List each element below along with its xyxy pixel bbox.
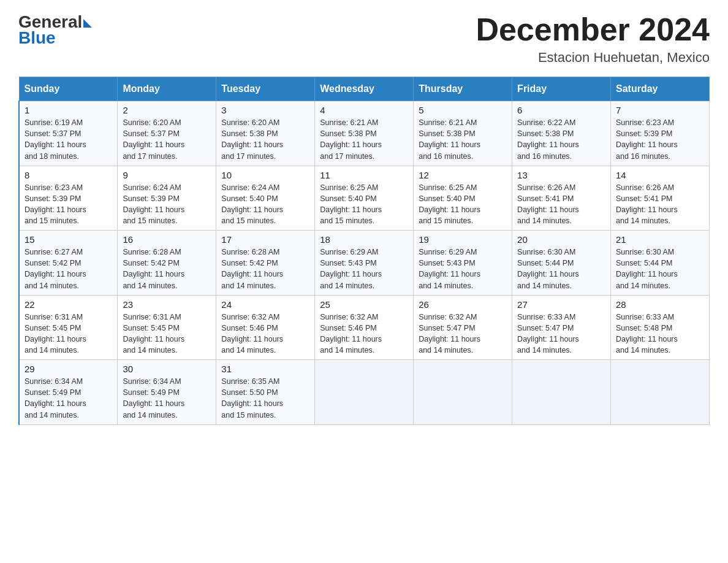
calendar-week-row: 29Sunrise: 6:34 AMSunset: 5:49 PMDayligh… <box>19 360 710 425</box>
day-info: Sunrise: 6:31 AMSunset: 5:45 PMDaylight:… <box>123 312 211 356</box>
calendar-cell: 17Sunrise: 6:28 AMSunset: 5:42 PMDayligh… <box>216 231 315 296</box>
weekday-header-thursday: Thursday <box>414 77 512 101</box>
day-number: 21 <box>616 234 704 245</box>
logo: General Blue <box>18 12 92 48</box>
day-info: Sunrise: 6:28 AMSunset: 5:42 PMDaylight:… <box>221 247 309 291</box>
calendar-cell: 16Sunrise: 6:28 AMSunset: 5:42 PMDayligh… <box>118 231 216 296</box>
calendar-cell: 28Sunrise: 6:33 AMSunset: 5:48 PMDayligh… <box>611 295 710 360</box>
calendar-cell: 25Sunrise: 6:32 AMSunset: 5:46 PMDayligh… <box>315 295 414 360</box>
day-number: 1 <box>25 105 112 115</box>
day-info: Sunrise: 6:25 AMSunset: 5:40 PMDaylight:… <box>419 182 507 227</box>
calendar-cell: 30Sunrise: 6:34 AMSunset: 5:49 PMDayligh… <box>118 360 216 425</box>
calendar-cell: 6Sunrise: 6:22 AMSunset: 5:38 PMDaylight… <box>512 101 611 166</box>
day-info: Sunrise: 6:34 AMSunset: 5:49 PMDaylight:… <box>123 376 211 421</box>
day-info: Sunrise: 6:20 AMSunset: 5:38 PMDaylight:… <box>221 117 309 162</box>
day-info: Sunrise: 6:21 AMSunset: 5:38 PMDaylight:… <box>419 117 507 162</box>
day-number: 25 <box>320 299 408 310</box>
day-number: 24 <box>221 299 309 310</box>
calendar-cell: 9Sunrise: 6:24 AMSunset: 5:39 PMDaylight… <box>118 166 216 231</box>
calendar-cell <box>414 360 512 425</box>
calendar-cell: 29Sunrise: 6:34 AMSunset: 5:49 PMDayligh… <box>19 360 118 425</box>
day-info: Sunrise: 6:25 AMSunset: 5:40 PMDaylight:… <box>320 182 408 227</box>
day-info: Sunrise: 6:32 AMSunset: 5:46 PMDaylight:… <box>221 312 309 356</box>
day-number: 9 <box>123 170 211 180</box>
day-info: Sunrise: 6:24 AMSunset: 5:39 PMDaylight:… <box>123 182 211 227</box>
calendar-cell: 7Sunrise: 6:23 AMSunset: 5:39 PMDaylight… <box>611 101 710 166</box>
calendar-week-row: 8Sunrise: 6:23 AMSunset: 5:39 PMDaylight… <box>19 166 710 231</box>
calendar-cell: 27Sunrise: 6:33 AMSunset: 5:47 PMDayligh… <box>512 295 611 360</box>
weekday-header-wednesday: Wednesday <box>315 77 414 101</box>
calendar-cell <box>512 360 611 425</box>
day-info: Sunrise: 6:33 AMSunset: 5:47 PMDaylight:… <box>517 312 605 356</box>
calendar-cell: 23Sunrise: 6:31 AMSunset: 5:45 PMDayligh… <box>118 295 216 360</box>
day-number: 26 <box>419 299 507 310</box>
day-number: 10 <box>221 170 309 180</box>
calendar-cell: 13Sunrise: 6:26 AMSunset: 5:41 PMDayligh… <box>512 166 611 231</box>
calendar-cell: 8Sunrise: 6:23 AMSunset: 5:39 PMDaylight… <box>19 166 118 231</box>
month-title: December 2024 <box>476 12 710 47</box>
day-number: 29 <box>25 364 112 374</box>
day-number: 2 <box>123 105 211 115</box>
day-number: 18 <box>320 234 408 245</box>
day-info: Sunrise: 6:28 AMSunset: 5:42 PMDaylight:… <box>123 247 211 291</box>
logo-arrow-icon <box>83 19 92 28</box>
calendar-cell: 22Sunrise: 6:31 AMSunset: 5:45 PMDayligh… <box>19 295 118 360</box>
calendar-cell: 19Sunrise: 6:29 AMSunset: 5:43 PMDayligh… <box>414 231 512 296</box>
calendar-cell: 1Sunrise: 6:19 AMSunset: 5:37 PMDaylight… <box>19 101 118 166</box>
weekday-header-saturday: Saturday <box>611 77 710 101</box>
day-info: Sunrise: 6:23 AMSunset: 5:39 PMDaylight:… <box>25 182 112 227</box>
day-number: 12 <box>419 170 507 180</box>
day-info: Sunrise: 6:27 AMSunset: 5:42 PMDaylight:… <box>25 247 112 291</box>
day-number: 7 <box>616 105 704 115</box>
weekday-header-tuesday: Tuesday <box>216 77 315 101</box>
day-info: Sunrise: 6:33 AMSunset: 5:48 PMDaylight:… <box>616 312 704 356</box>
day-info: Sunrise: 6:32 AMSunset: 5:46 PMDaylight:… <box>320 312 408 356</box>
day-number: 20 <box>517 234 605 245</box>
day-info: Sunrise: 6:32 AMSunset: 5:47 PMDaylight:… <box>419 312 507 356</box>
calendar-cell: 15Sunrise: 6:27 AMSunset: 5:42 PMDayligh… <box>19 231 118 296</box>
calendar-cell: 12Sunrise: 6:25 AMSunset: 5:40 PMDayligh… <box>414 166 512 231</box>
calendar-cell: 21Sunrise: 6:30 AMSunset: 5:44 PMDayligh… <box>611 231 710 296</box>
day-info: Sunrise: 6:26 AMSunset: 5:41 PMDaylight:… <box>517 182 605 227</box>
logo-blue-text: Blue <box>18 28 56 48</box>
day-number: 22 <box>25 299 112 310</box>
calendar-week-row: 15Sunrise: 6:27 AMSunset: 5:42 PMDayligh… <box>19 231 710 296</box>
calendar-cell: 11Sunrise: 6:25 AMSunset: 5:40 PMDayligh… <box>315 166 414 231</box>
day-info: Sunrise: 6:19 AMSunset: 5:37 PMDaylight:… <box>25 117 112 162</box>
title-section: December 2024 Estacion Huehuetan, Mexico <box>476 12 710 66</box>
day-info: Sunrise: 6:29 AMSunset: 5:43 PMDaylight:… <box>419 247 507 291</box>
day-number: 14 <box>616 170 704 180</box>
calendar-cell: 14Sunrise: 6:26 AMSunset: 5:41 PMDayligh… <box>611 166 710 231</box>
weekday-header-monday: Monday <box>118 77 216 101</box>
day-number: 23 <box>123 299 211 310</box>
day-number: 27 <box>517 299 605 310</box>
calendar-week-row: 22Sunrise: 6:31 AMSunset: 5:45 PMDayligh… <box>19 295 710 360</box>
page-header: General Blue December 2024 Estacion Hueh… <box>18 12 710 66</box>
day-info: Sunrise: 6:21 AMSunset: 5:38 PMDaylight:… <box>320 117 408 162</box>
calendar-week-row: 1Sunrise: 6:19 AMSunset: 5:37 PMDaylight… <box>19 101 710 166</box>
day-info: Sunrise: 6:34 AMSunset: 5:49 PMDaylight:… <box>25 376 112 421</box>
day-info: Sunrise: 6:30 AMSunset: 5:44 PMDaylight:… <box>517 247 605 291</box>
day-info: Sunrise: 6:24 AMSunset: 5:40 PMDaylight:… <box>221 182 309 227</box>
day-number: 11 <box>320 170 408 180</box>
day-info: Sunrise: 6:31 AMSunset: 5:45 PMDaylight:… <box>25 312 112 356</box>
day-number: 8 <box>25 170 112 180</box>
day-number: 30 <box>123 364 211 374</box>
day-number: 13 <box>517 170 605 180</box>
calendar-cell <box>611 360 710 425</box>
calendar-cell: 24Sunrise: 6:32 AMSunset: 5:46 PMDayligh… <box>216 295 315 360</box>
weekday-header-row: SundayMondayTuesdayWednesdayThursdayFrid… <box>19 77 710 101</box>
day-info: Sunrise: 6:20 AMSunset: 5:37 PMDaylight:… <box>123 117 211 162</box>
weekday-header-sunday: Sunday <box>19 77 118 101</box>
calendar-cell: 4Sunrise: 6:21 AMSunset: 5:38 PMDaylight… <box>315 101 414 166</box>
day-info: Sunrise: 6:35 AMSunset: 5:50 PMDaylight:… <box>221 376 309 421</box>
calendar-cell: 18Sunrise: 6:29 AMSunset: 5:43 PMDayligh… <box>315 231 414 296</box>
day-info: Sunrise: 6:23 AMSunset: 5:39 PMDaylight:… <box>616 117 704 162</box>
day-number: 31 <box>221 364 309 374</box>
day-number: 3 <box>221 105 309 115</box>
calendar-cell: 2Sunrise: 6:20 AMSunset: 5:37 PMDaylight… <box>118 101 216 166</box>
calendar-table: SundayMondayTuesdayWednesdayThursdayFrid… <box>18 77 710 425</box>
calendar-cell: 10Sunrise: 6:24 AMSunset: 5:40 PMDayligh… <box>216 166 315 231</box>
day-number: 4 <box>320 105 408 115</box>
day-number: 15 <box>25 234 112 245</box>
